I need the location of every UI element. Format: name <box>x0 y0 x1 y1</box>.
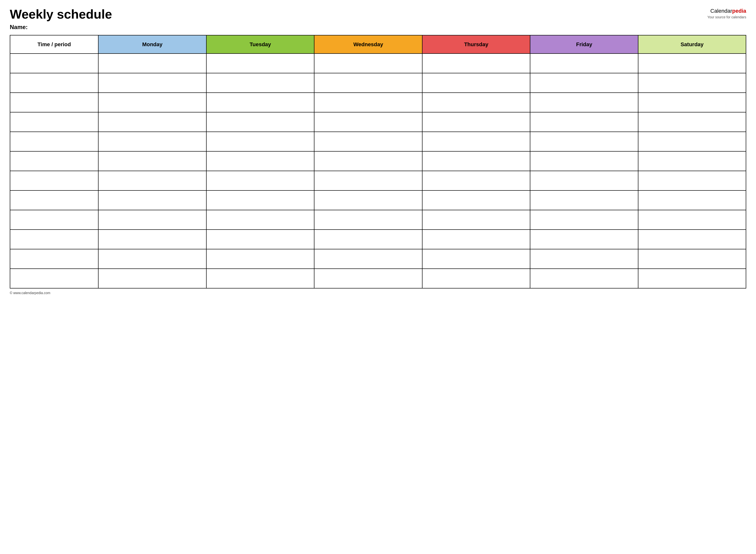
table-row <box>10 54 746 73</box>
table-cell[interactable] <box>422 249 530 269</box>
table-cell[interactable] <box>206 151 314 171</box>
table-cell[interactable] <box>206 190 314 210</box>
table-cell[interactable] <box>530 210 638 230</box>
table-cell[interactable] <box>422 269 530 288</box>
table-cell[interactable] <box>314 151 422 171</box>
table-row <box>10 249 746 269</box>
table-cell[interactable] <box>530 190 638 210</box>
table-cell[interactable] <box>98 151 206 171</box>
table-cell[interactable] <box>422 112 530 132</box>
brand-name-part1: Calendar <box>710 8 732 14</box>
table-cell[interactable] <box>98 269 206 288</box>
table-cell[interactable] <box>10 93 98 112</box>
table-cell[interactable] <box>10 132 98 151</box>
col-header-thursday: Thursday <box>422 35 530 54</box>
brand-logo: Calendarpedia Your source for calendars <box>707 7 746 19</box>
name-label: Name: <box>10 24 746 31</box>
table-cell[interactable] <box>638 269 746 288</box>
col-header-tuesday: Tuesday <box>206 35 314 54</box>
table-cell[interactable] <box>206 73 314 93</box>
table-cell[interactable] <box>638 249 746 269</box>
table-cell[interactable] <box>314 210 422 230</box>
table-cell[interactable] <box>206 269 314 288</box>
table-cell[interactable] <box>206 230 314 249</box>
table-cell[interactable] <box>98 171 206 190</box>
table-cell[interactable] <box>98 112 206 132</box>
table-cell[interactable] <box>422 190 530 210</box>
table-row <box>10 269 746 288</box>
table-cell[interactable] <box>422 132 530 151</box>
table-cell[interactable] <box>98 54 206 73</box>
table-cell[interactable] <box>638 190 746 210</box>
table-cell[interactable] <box>206 132 314 151</box>
table-cell[interactable] <box>206 112 314 132</box>
table-cell[interactable] <box>638 54 746 73</box>
table-cell[interactable] <box>638 210 746 230</box>
table-cell[interactable] <box>98 73 206 93</box>
table-cell[interactable] <box>10 190 98 210</box>
table-cell[interactable] <box>206 54 314 73</box>
col-header-time: Time / period <box>10 35 98 54</box>
table-cell[interactable] <box>530 249 638 269</box>
table-cell[interactable] <box>530 112 638 132</box>
table-cell[interactable] <box>10 112 98 132</box>
table-cell[interactable] <box>206 171 314 190</box>
table-cell[interactable] <box>98 210 206 230</box>
table-cell[interactable] <box>638 73 746 93</box>
table-cell[interactable] <box>530 132 638 151</box>
table-cell[interactable] <box>638 171 746 190</box>
table-cell[interactable] <box>314 73 422 93</box>
table-cell[interactable] <box>10 54 98 73</box>
table-cell[interactable] <box>98 190 206 210</box>
table-cell[interactable] <box>10 73 98 93</box>
table-cell[interactable] <box>10 171 98 190</box>
table-cell[interactable] <box>98 230 206 249</box>
table-cell[interactable] <box>638 93 746 112</box>
table-cell[interactable] <box>530 151 638 171</box>
table-cell[interactable] <box>314 249 422 269</box>
table-cell[interactable] <box>314 132 422 151</box>
table-cell[interactable] <box>530 93 638 112</box>
table-cell[interactable] <box>422 54 530 73</box>
table-cell[interactable] <box>10 210 98 230</box>
table-cell[interactable] <box>314 54 422 73</box>
table-cell[interactable] <box>206 249 314 269</box>
col-header-monday: Monday <box>98 35 206 54</box>
table-cell[interactable] <box>530 230 638 249</box>
table-cell[interactable] <box>422 73 530 93</box>
table-cell[interactable] <box>314 171 422 190</box>
table-cell[interactable] <box>98 93 206 112</box>
table-cell[interactable] <box>422 151 530 171</box>
table-row <box>10 112 746 132</box>
page-title: Weekly schedule <box>10 7 112 21</box>
table-cell[interactable] <box>638 132 746 151</box>
table-cell[interactable] <box>314 269 422 288</box>
table-cell[interactable] <box>314 93 422 112</box>
footer-url: © www.calendarpedia.com <box>10 291 50 295</box>
table-cell[interactable] <box>530 171 638 190</box>
table-cell[interactable] <box>530 73 638 93</box>
table-cell[interactable] <box>530 54 638 73</box>
table-cell[interactable] <box>10 249 98 269</box>
table-row <box>10 151 746 171</box>
table-cell[interactable] <box>314 190 422 210</box>
table-cell[interactable] <box>638 112 746 132</box>
table-cell[interactable] <box>530 269 638 288</box>
table-cell[interactable] <box>638 151 746 171</box>
table-cell[interactable] <box>422 230 530 249</box>
table-cell[interactable] <box>314 112 422 132</box>
table-cell[interactable] <box>422 93 530 112</box>
table-cell[interactable] <box>422 171 530 190</box>
table-cell[interactable] <box>638 230 746 249</box>
table-cell[interactable] <box>422 210 530 230</box>
table-cell[interactable] <box>206 210 314 230</box>
table-cell[interactable] <box>314 230 422 249</box>
table-cell[interactable] <box>206 93 314 112</box>
table-cell[interactable] <box>10 230 98 249</box>
table-cell[interactable] <box>10 151 98 171</box>
table-cell[interactable] <box>98 132 206 151</box>
brand-name: Calendarpedia <box>707 7 746 15</box>
table-cell[interactable] <box>98 249 206 269</box>
table-row <box>10 190 746 210</box>
table-cell[interactable] <box>10 269 98 288</box>
